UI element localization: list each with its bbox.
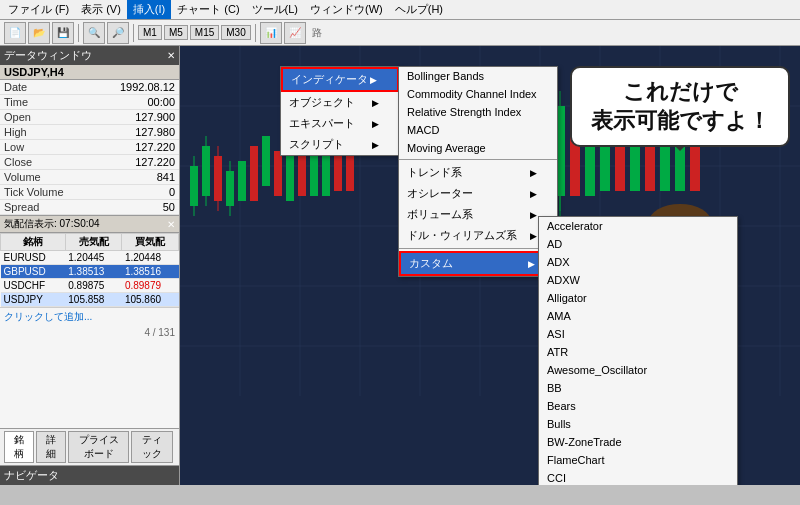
menu-item-indicator[interactable]: インディケータ ▶ [281, 67, 399, 92]
menu-custom-dropdown: Accelerator AD ADX ADXW Alligator AMA AS… [538, 216, 738, 485]
timeframe-bar: M1 M5 M15 M30 [138, 25, 251, 40]
menubar: ファイル (F) 表示 (V) 挿入(I) チャート (C) ツール(L) ウィ… [0, 0, 800, 20]
custom-adxw[interactable]: ADXW [539, 271, 737, 289]
left-panel: データウィンドウ ✕ USDJPY,H4 Date1992.08.12 Time… [0, 46, 180, 485]
navigator-title: ナビゲータ [4, 469, 59, 481]
data-window-header: データウィンドウ ✕ [0, 46, 179, 65]
ind-volume[interactable]: ボリューム系▶ [399, 204, 557, 225]
custom-asi[interactable]: ASI [539, 325, 737, 343]
menu-help[interactable]: ヘルプ(H) [389, 0, 449, 19]
custom-cci[interactable]: CCI [539, 469, 737, 485]
menu-item-expert[interactable]: エキスパート ▶ [281, 113, 399, 134]
sell-gbpusd: 1.38513 [65, 265, 122, 279]
menu-item-script[interactable]: スクリプト ▶ [281, 134, 399, 155]
ind-cci[interactable]: Commodity Channel Index [399, 85, 557, 103]
quote-row-gbpusd[interactable]: GBPUSD 1.38513 1.38516 [1, 265, 179, 279]
sell-eurusd: 1.20445 [65, 251, 122, 265]
ind-bollinger[interactable]: Bollinger Bands [399, 67, 557, 85]
custom-accelerator[interactable]: Accelerator [539, 217, 737, 235]
col-sell: 売気配 [65, 234, 122, 251]
ind-custom[interactable]: カスタム ▶ [399, 251, 557, 276]
quote-row-eurusd[interactable]: EURUSD 1.20445 1.20448 [1, 251, 179, 265]
custom-flamechart[interactable]: FlameChart [539, 451, 737, 469]
ind-macd[interactable]: MACD [399, 121, 557, 139]
buy-gbpusd: 1.38516 [122, 265, 179, 279]
navigator: ナビゲータ [0, 465, 179, 485]
ind-rsi[interactable]: Relative Strength Index [399, 103, 557, 121]
menu-item-object[interactable]: オブジェクト ▶ [281, 92, 399, 113]
custom-bw[interactable]: BW-ZoneTrade [539, 433, 737, 451]
sell-usdchf: 0.89875 [65, 279, 122, 293]
separator-1 [78, 24, 79, 42]
tf-m1[interactable]: M1 [138, 25, 162, 40]
chart-type-btn[interactable]: 📊 [260, 22, 282, 44]
quote-row-usdchf[interactable]: USDCHF 0.89875 0.89879 [1, 279, 179, 293]
menu-indicator-dropdown: Bollinger Bands Commodity Channel Index … [398, 66, 558, 277]
indicator-btn[interactable]: 📈 [284, 22, 306, 44]
tab-detail[interactable]: 詳細 [36, 431, 66, 463]
menu-view[interactable]: 表示 (V) [75, 0, 127, 19]
main-layout: データウィンドウ ✕ USDJPY,H4 Date1992.08.12 Time… [0, 46, 800, 485]
page-info: 4 / 131 [0, 326, 179, 339]
svg-rect-23 [238, 161, 246, 201]
col-symbol: 銘柄 [1, 234, 66, 251]
menu-insert[interactable]: 挿入(I) [127, 0, 171, 19]
quotes-footer: クリックして追加... [0, 307, 179, 326]
custom-bulls[interactable]: Bulls [539, 415, 737, 433]
menu-window[interactable]: ウィンドウ(W) [304, 0, 389, 19]
data-window-close[interactable]: ✕ [167, 50, 175, 61]
tf-m5[interactable]: M5 [164, 25, 188, 40]
custom-atr[interactable]: ATR [539, 343, 737, 361]
menu-chart[interactable]: チャート (C) [171, 0, 245, 19]
custom-awesome[interactable]: Awesome_Oscillator [539, 361, 737, 379]
data-table: Date1992.08.12 Time00:00 Open127.900 Hig… [0, 80, 179, 215]
tab-priceboard[interactable]: プライスボード [68, 431, 128, 463]
menu-tools[interactable]: ツール(L) [246, 0, 304, 19]
table-row: Tick Volume0 [0, 185, 179, 200]
custom-ama[interactable]: AMA [539, 307, 737, 325]
table-row: Time00:00 [0, 95, 179, 110]
table-row: Date1992.08.12 [0, 80, 179, 95]
symbol-gbpusd: GBPUSD [1, 265, 66, 279]
ind-oscillator[interactable]: オシレーター▶ [399, 183, 557, 204]
tab-symbol[interactable]: 銘柄 [4, 431, 34, 463]
separator-2 [133, 24, 134, 42]
quotes-close[interactable]: ✕ [167, 219, 175, 230]
quotes-title: 気配信表示: 07:S0:04 [4, 217, 100, 231]
table-row: Close127.220 [0, 155, 179, 170]
speech-line2: 表示可能ですよ！ [587, 107, 773, 136]
table-row: Open127.900 [0, 110, 179, 125]
add-symbol-link[interactable]: クリックして追加... [4, 311, 92, 322]
symbol-usdchf: USDCHF [1, 279, 66, 293]
buy-eurusd: 1.20448 [122, 251, 179, 265]
new-btn[interactable]: 📄 [4, 22, 26, 44]
chart-area[interactable]: インディケータ ▶ オブジェクト ▶ エキスパート ▶ スクリプト ▶ Boll… [180, 46, 800, 485]
quotes-header: 気配信表示: 07:S0:04 ✕ [0, 216, 179, 233]
svg-rect-25 [262, 136, 270, 186]
zoom-in-btn[interactable]: 🔍 [83, 22, 105, 44]
chart-label: 路 [312, 26, 322, 40]
custom-bears[interactable]: Bears [539, 397, 737, 415]
navigator-header: ナビゲータ [0, 466, 179, 485]
ind-williams[interactable]: ドル・ウィリアムズ系▶ [399, 225, 557, 246]
table-row: Spread50 [0, 200, 179, 215]
save-btn[interactable]: 💾 [52, 22, 74, 44]
separator-3 [255, 24, 256, 42]
custom-ad[interactable]: AD [539, 235, 737, 253]
zoom-out-btn[interactable]: 🔎 [107, 22, 129, 44]
ind-trend[interactable]: トレンド系▶ [399, 162, 557, 183]
custom-alligator[interactable]: Alligator [539, 289, 737, 307]
custom-bb[interactable]: BB [539, 379, 737, 397]
tf-m30[interactable]: M30 [221, 25, 250, 40]
tf-m15[interactable]: M15 [190, 25, 219, 40]
quotes-panel: 気配信表示: 07:S0:04 ✕ 銘柄 売気配 買気配 EURUSD 1.20… [0, 216, 179, 428]
quote-row-usdjpy[interactable]: USDJPY 105.858 105.860 [1, 293, 179, 307]
custom-adx[interactable]: ADX [539, 253, 737, 271]
sell-usdjpy: 105.858 [65, 293, 122, 307]
open-btn[interactable]: 📂 [28, 22, 50, 44]
col-buy: 買気配 [122, 234, 179, 251]
tab-tick[interactable]: ティック [131, 431, 173, 463]
ind-ma[interactable]: Moving Average [399, 139, 557, 157]
menu-file[interactable]: ファイル (F) [2, 0, 75, 19]
table-row: Volume841 [0, 170, 179, 185]
